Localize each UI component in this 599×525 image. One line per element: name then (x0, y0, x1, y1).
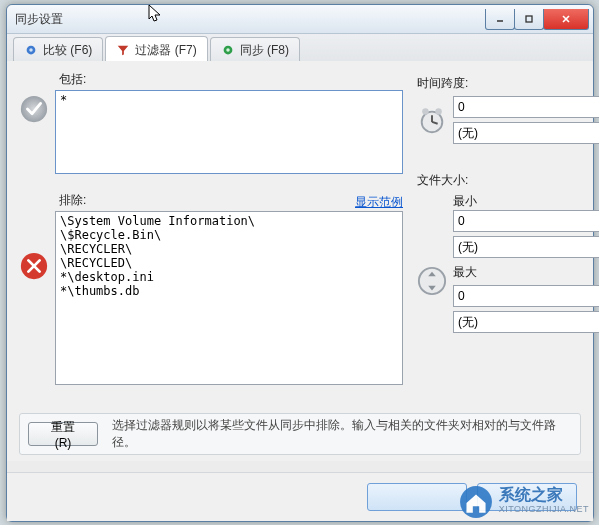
cancel-button[interactable] (477, 483, 577, 511)
hint-bar: 重置(R) 选择过滤器规则以将某些文件从同步中排除。输入与相关的文件夹对相对的与… (19, 413, 581, 455)
filesize-max-spinner[interactable]: ▲▼ (453, 285, 599, 307)
left-column: 包括: 排除: 显示范例 (19, 71, 403, 461)
include-row (19, 90, 403, 174)
filesize-min-unit-combo[interactable]: ▼ (453, 236, 599, 258)
minimize-button[interactable] (485, 9, 515, 30)
svg-point-13 (422, 108, 429, 115)
gear-green-icon (221, 43, 235, 57)
x-circle-icon (19, 251, 49, 281)
sync-settings-window: 同步设置 比较 (F6) 过滤器 (F7) 同步 (F8) (6, 4, 594, 522)
filesize-max-label: 最大 (453, 264, 599, 281)
exclude-row (19, 211, 403, 385)
right-column: 时间跨度: ▲▼ (417, 71, 581, 461)
filesize-max-value[interactable] (453, 285, 599, 307)
timespan-value[interactable] (453, 96, 599, 118)
tab-filter[interactable]: 过滤器 (F7) (105, 36, 207, 63)
tab-strip: 比较 (F6) 过滤器 (F7) 同步 (F8) (7, 34, 593, 63)
tab-filter-label: 过滤器 (F7) (135, 42, 196, 59)
filesize-min-spinner[interactable]: ▲▼ (453, 210, 599, 232)
filesize-min-value[interactable] (453, 210, 599, 232)
reset-button-label: 重置(R) (43, 419, 83, 450)
filesize-min-unit[interactable] (453, 236, 599, 258)
tab-sync[interactable]: 同步 (F8) (210, 37, 300, 62)
filesize-max-unit[interactable] (453, 311, 599, 333)
timespan-label: 时间跨度: (417, 75, 581, 92)
tab-compare[interactable]: 比较 (F6) (13, 37, 103, 62)
filesize-label: 文件大小: (417, 172, 581, 189)
client-area: 包括: 排除: 显示范例 (7, 61, 593, 461)
updown-arrows-icon (417, 266, 447, 296)
svg-point-14 (435, 108, 442, 115)
check-circle-icon (19, 94, 49, 124)
filesize-group: 文件大小: 最小 ▲▼ ▼ (417, 172, 581, 337)
titlebar: 同步设置 (7, 5, 593, 34)
window-title: 同步设置 (7, 11, 486, 28)
exclude-textarea[interactable] (55, 211, 403, 385)
include-textarea[interactable] (55, 90, 403, 174)
include-label: 包括: (59, 71, 403, 88)
svg-point-7 (226, 48, 230, 52)
tab-sync-label: 同步 (F8) (240, 42, 289, 59)
close-button[interactable] (543, 9, 589, 30)
reset-button[interactable]: 重置(R) (28, 422, 98, 446)
exclude-label: 排除: (59, 192, 86, 209)
timespan-spinner[interactable]: ▲▼ (453, 96, 599, 118)
svg-point-8 (21, 96, 47, 122)
show-example-link[interactable]: 显示范例 (355, 194, 403, 211)
dialog-button-row (7, 472, 593, 521)
ok-button[interactable] (367, 483, 467, 511)
svg-rect-1 (526, 16, 532, 22)
window-buttons (486, 9, 589, 29)
maximize-button[interactable] (514, 9, 544, 30)
hint-text: 选择过滤器规则以将某些文件从同步中排除。输入与相关的文件夹对相对的与文件路径。 (112, 417, 572, 451)
gear-blue-icon (24, 43, 38, 57)
timespan-unit[interactable] (453, 122, 599, 144)
tab-compare-label: 比较 (F6) (43, 42, 92, 59)
funnel-icon (116, 43, 130, 57)
timespan-group: 时间跨度: ▲▼ (417, 75, 581, 148)
svg-point-5 (29, 48, 33, 52)
filesize-max-unit-combo[interactable]: ▼ (453, 311, 599, 333)
filesize-min-label: 最小 (453, 193, 581, 210)
timespan-unit-combo[interactable]: ▼ (453, 122, 599, 144)
clock-icon (417, 105, 447, 135)
